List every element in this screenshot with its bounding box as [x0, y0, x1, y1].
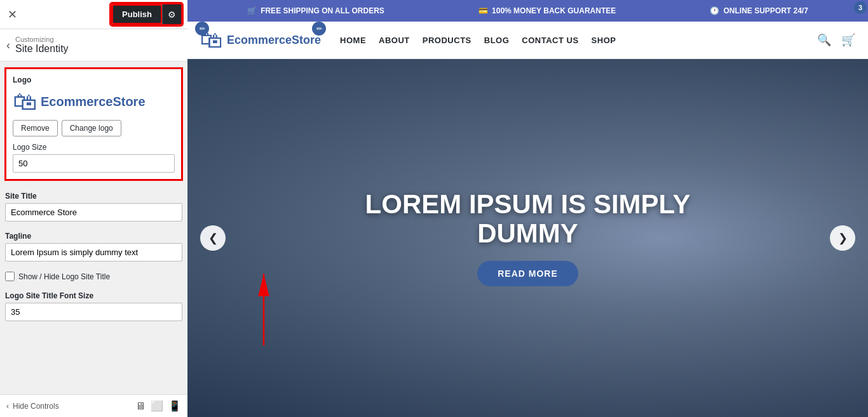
promo-item-3: 🕐 ONLINE SUPPORT 24/7 — [710, 6, 808, 15]
hero-section: ❮ LOREM IPSUM IS SIMPLY DUMMY READ MORE … — [187, 59, 868, 417]
tagline-section: Tagline — [0, 227, 187, 267]
show-hide-label: Show / Hide Logo Site Title — [18, 272, 110, 281]
nav-home[interactable]: HOME — [340, 36, 366, 45]
logo-font-input[interactable] — [5, 303, 182, 321]
notification-badge: 3 — [854, 1, 867, 14]
site-logo-text: EcommerceStore — [227, 34, 321, 47]
nav-blog[interactable]: BLOG — [484, 36, 510, 45]
nav-shop[interactable]: SHOP — [592, 36, 616, 45]
change-logo-button[interactable]: Change logo — [62, 120, 121, 136]
close-button[interactable]: ✕ — [5, 5, 20, 24]
hide-controls-back-icon: ‹ — [6, 402, 9, 411]
nav-contact[interactable]: CONTACT US — [522, 36, 578, 45]
logo-preview: 🛍 EcommerceStore — [13, 89, 175, 114]
mobile-button[interactable]: 📱 — [168, 400, 181, 412]
edit-pencil-right: ✏ — [312, 22, 326, 36]
carousel-prev-button[interactable]: ❮ — [200, 225, 226, 251]
cart-promo-icon: 🛒 — [247, 6, 257, 15]
logo-font-section: Logo Site Title Font Size — [0, 286, 187, 326]
breadcrumb-customizing: Customizing — [15, 36, 69, 43]
edit-pencil-left: ✏ — [195, 22, 209, 36]
gear-button[interactable]: ⚙ — [162, 4, 181, 24]
nav-icons: 🔍 🛒 — [817, 33, 855, 47]
breadcrumb-text: Customizing Site Identity — [15, 36, 69, 55]
remove-logo-button[interactable]: Remove — [13, 120, 58, 136]
hide-controls-button[interactable]: ‹ Hide Controls — [6, 402, 59, 411]
back-button[interactable]: ‹ — [6, 39, 10, 52]
carousel-next-button[interactable]: ❯ — [830, 225, 855, 251]
hero-title-line2: DUMMY — [365, 219, 691, 248]
panel-content: Logo 🛍 EcommerceStore Remove Change logo… — [0, 62, 187, 394]
promo-item-2: 💳 100% MONEY BACK GUARANTEE — [478, 6, 616, 15]
nav-links: HOME ABOUT PRODUCTS BLOG CONTACT US SHOP — [340, 36, 817, 45]
search-icon[interactable]: 🔍 — [817, 33, 831, 47]
breadcrumb: ‹ Customizing Site Identity — [0, 29, 187, 62]
promo-text-2: 100% MONEY BACK GUARANTEE — [492, 6, 616, 15]
logo-text-preview: EcommerceStore — [41, 95, 146, 109]
breadcrumb-title: Site Identity — [15, 43, 69, 55]
device-icons: 🖥 ⬜ 📱 — [135, 400, 181, 412]
hero-content: LOREM IPSUM IS SIMPLY DUMMY READ MORE — [365, 190, 691, 286]
bottom-bar: ‹ Hide Controls 🖥 ⬜ 📱 — [0, 394, 187, 417]
logo-bag-icon: 🛍 — [13, 89, 37, 114]
preview-area: 🛒 FREE SHIPPING ON ALL ORDERS 💳 100% MON… — [187, 0, 868, 417]
logo-buttons: Remove Change logo — [13, 120, 175, 136]
nav-about[interactable]: ABOUT — [379, 36, 410, 45]
navbar: ✏ 🛍 EcommerceStore ✏ HOME ABOUT PRODUCTS… — [187, 22, 868, 59]
logo-font-label: Logo Site Title Font Size — [5, 291, 182, 300]
site-title-label: Site Title — [5, 192, 182, 201]
show-hide-checkbox[interactable] — [5, 272, 15, 281]
promo-bar: 🛒 FREE SHIPPING ON ALL ORDERS 💳 100% MON… — [187, 0, 868, 22]
desktop-button[interactable]: 🖥 — [135, 400, 146, 412]
logo-size-input[interactable] — [13, 154, 175, 173]
tagline-label: Tagline — [5, 232, 182, 241]
publish-group: Publish ⚙ — [111, 3, 182, 25]
read-more-button[interactable]: READ MORE — [477, 261, 578, 286]
publish-button[interactable]: Publish — [112, 4, 162, 24]
customizer-panel: ✕ Publish ⚙ ‹ Customizing Site Identity … — [0, 0, 187, 417]
nav-products[interactable]: PRODUCTS — [423, 36, 471, 45]
card-promo-icon: 💳 — [478, 6, 488, 15]
top-bar: ✕ Publish ⚙ — [0, 0, 187, 29]
promo-item-1: 🛒 FREE SHIPPING ON ALL ORDERS — [247, 6, 384, 15]
cart-icon[interactable]: 🛒 — [841, 33, 855, 47]
hero-title-line1: LOREM IPSUM IS SIMPLY — [365, 190, 691, 219]
clock-promo-icon: 🕐 — [710, 6, 719, 15]
hero-title: LOREM IPSUM IS SIMPLY DUMMY — [365, 190, 691, 248]
site-title-section: Site Title — [0, 187, 187, 227]
tagline-input[interactable] — [5, 243, 182, 261]
hide-controls-label: Hide Controls — [13, 402, 59, 411]
logo-size-label: Logo Size — [13, 143, 175, 152]
site-logo-area: ✏ 🛍 EcommerceStore ✏ — [200, 27, 321, 53]
promo-text-3: ONLINE SUPPORT 24/7 — [723, 6, 808, 15]
site-title-input[interactable] — [5, 203, 182, 222]
logo-section: Logo 🛍 EcommerceStore Remove Change logo… — [5, 68, 182, 180]
promo-text-1: FREE SHIPPING ON ALL ORDERS — [261, 6, 384, 15]
logo-label: Logo — [13, 76, 175, 84]
tablet-button[interactable]: ⬜ — [151, 400, 163, 412]
show-hide-row: Show / Hide Logo Site Title — [0, 267, 187, 286]
